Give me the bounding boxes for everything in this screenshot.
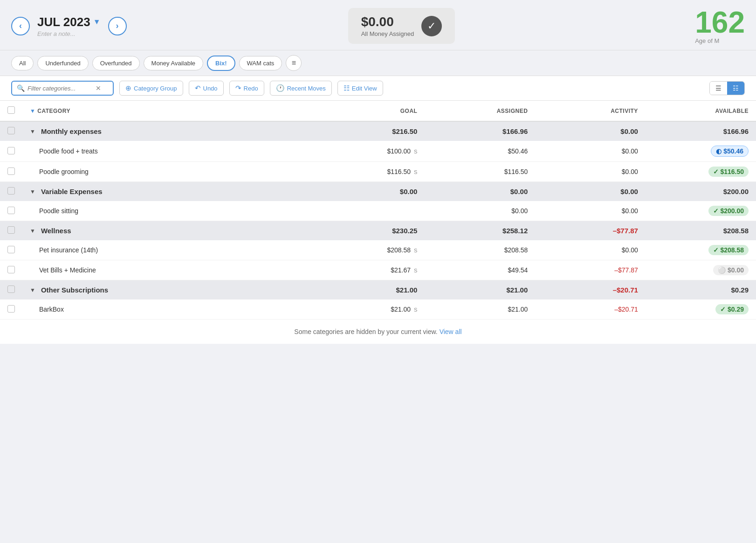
group-checkbox[interactable] bbox=[7, 285, 15, 293]
group-checkbox[interactable] bbox=[7, 226, 15, 234]
plus-circle-icon: ⊕ bbox=[125, 84, 131, 92]
cat-checkbox[interactable] bbox=[7, 207, 15, 214]
sort-arrow-icon[interactable]: ▼ bbox=[30, 108, 35, 114]
filter-options-icon[interactable]: ≡ bbox=[286, 55, 302, 71]
goal-header: GOAL bbox=[315, 101, 425, 121]
cat-activity: –$77.87 bbox=[535, 260, 646, 280]
collapse-arrow-icon[interactable]: ▼ bbox=[30, 128, 35, 135]
recent-moves-button[interactable]: 🕐 Recent Moves bbox=[270, 81, 332, 96]
group-name: Monthly expenses bbox=[41, 127, 102, 135]
cat-assigned: $208.58 bbox=[425, 240, 535, 260]
footer-text: Some categories are hidden by your curre… bbox=[294, 328, 437, 335]
group-checkbox[interactable] bbox=[7, 127, 15, 134]
cat-checkbox-cell[interactable] bbox=[0, 299, 22, 320]
group-available: $208.58 bbox=[646, 221, 756, 241]
group-checkbox[interactable] bbox=[7, 187, 15, 195]
cat-checkbox-cell[interactable] bbox=[0, 260, 22, 280]
redo-button[interactable]: ↷ Redo bbox=[229, 81, 264, 96]
group-checkbox-cell[interactable] bbox=[0, 182, 22, 202]
cat-available: ◐ $50.46 bbox=[646, 141, 756, 162]
assigned-header: ASSIGNED bbox=[425, 101, 535, 121]
cat-checkbox[interactable] bbox=[7, 246, 15, 253]
group-row: ▼ Variable Expenses $0.00 $0.00 $0.00 $2… bbox=[0, 182, 756, 202]
collapse-arrow-icon[interactable]: ▼ bbox=[30, 287, 35, 293]
cat-activity: $0.00 bbox=[535, 162, 646, 182]
group-goal: $216.50 bbox=[315, 121, 425, 141]
cat-checkbox-cell[interactable] bbox=[0, 141, 22, 162]
redo-icon: ↷ bbox=[235, 84, 241, 92]
collapse-arrow-icon[interactable]: ▼ bbox=[30, 188, 35, 195]
cat-checkbox[interactable] bbox=[7, 266, 15, 273]
group-activity: $0.00 bbox=[535, 182, 646, 202]
available-badge-green: ✓ $200.00 bbox=[708, 206, 749, 216]
grid-view-button[interactable]: ☷ bbox=[727, 82, 744, 95]
cat-checkbox[interactable] bbox=[7, 147, 15, 154]
select-all-checkbox[interactable] bbox=[7, 106, 15, 114]
list-view-button[interactable]: ☰ bbox=[710, 82, 727, 95]
group-name: Variable Expenses bbox=[41, 188, 103, 195]
goal-s-indicator: S bbox=[412, 149, 417, 154]
category-header: ▼ CATEGORY bbox=[22, 101, 315, 121]
filter-wam-cats-button[interactable]: WAM cats bbox=[239, 56, 282, 70]
cat-goal: $208.58 S bbox=[315, 240, 425, 260]
search-input[interactable] bbox=[27, 85, 93, 92]
group-checkbox-cell[interactable] bbox=[0, 121, 22, 141]
group-name-cell: ▼ Wellness bbox=[22, 221, 315, 241]
available-badge-green: ✓ $116.50 bbox=[708, 167, 749, 177]
next-month-button[interactable]: › bbox=[108, 17, 127, 35]
add-category-group-button[interactable]: ⊕ Category Group bbox=[119, 81, 183, 96]
cat-assigned: $116.50 bbox=[425, 162, 535, 182]
footer-note: Some categories are hidden by your curre… bbox=[0, 320, 756, 344]
view-all-link2[interactable]: View all bbox=[440, 328, 462, 335]
cat-available: ✓ $0.29 bbox=[646, 299, 756, 320]
collapse-arrow-icon[interactable]: ▼ bbox=[30, 228, 35, 234]
cat-checkbox-cell[interactable] bbox=[0, 162, 22, 182]
undo-icon: ↶ bbox=[195, 84, 201, 92]
filter-bar: All Underfunded Overfunded Money Availab… bbox=[0, 50, 756, 76]
group-checkbox-cell[interactable] bbox=[0, 221, 22, 241]
cat-goal: $21.00 S bbox=[315, 299, 425, 320]
filter-underfunded-button[interactable]: Underfunded bbox=[37, 56, 88, 70]
cat-checkbox-cell[interactable] bbox=[0, 240, 22, 260]
available-badge-gray: ⚪ $0.00 bbox=[713, 265, 749, 275]
group-activity: –$20.71 bbox=[535, 280, 646, 300]
assigned-box: $0.00 All Money Assigned ✓ bbox=[348, 8, 455, 44]
cat-name: Vet Bills + Medicine bbox=[39, 266, 96, 274]
prev-month-button[interactable]: ‹ bbox=[11, 17, 30, 35]
group-checkbox-cell[interactable] bbox=[0, 280, 22, 300]
cat-goal: $100.00 S bbox=[315, 141, 425, 162]
cat-name: Poodle food + treats bbox=[39, 147, 98, 155]
clear-search-icon[interactable]: ✕ bbox=[96, 84, 101, 92]
month-note[interactable]: Enter a note... bbox=[37, 30, 101, 37]
select-all-checkbox-header[interactable] bbox=[0, 101, 22, 121]
group-assigned: $21.00 bbox=[425, 280, 535, 300]
cat-checkbox-cell[interactable] bbox=[0, 201, 22, 221]
group-name-cell: ▼ Monthly expenses bbox=[22, 121, 315, 141]
view-toggle: ☰ ☷ bbox=[709, 81, 745, 95]
cat-checkbox[interactable] bbox=[7, 167, 15, 175]
edit-view-icon: ☷ bbox=[344, 84, 350, 92]
cat-assigned: $21.00 bbox=[425, 299, 535, 320]
group-name: Wellness bbox=[41, 227, 71, 235]
cat-available: ✓ $200.00 bbox=[646, 201, 756, 221]
toolbar: 🔍 ✕ ⊕ Category Group ↶ Undo ↷ Redo 🕐 Rec… bbox=[0, 76, 756, 101]
filter-bix-button[interactable]: Bix! bbox=[207, 56, 235, 71]
filter-money-available-button[interactable]: Money Available bbox=[144, 56, 203, 70]
available-badge-green: ✓ $208.58 bbox=[708, 245, 749, 255]
table-row: Vet Bills + Medicine $21.67 S $49.54 –$7… bbox=[0, 260, 756, 280]
edit-view-button[interactable]: ☷ Edit View bbox=[337, 81, 383, 96]
filter-overfunded-button[interactable]: Overfunded bbox=[92, 56, 140, 70]
filter-all-button[interactable]: All bbox=[11, 56, 34, 70]
age-of-money-section: 162 Age of M bbox=[695, 7, 745, 44]
available-badge-green: ✓ $0.29 bbox=[715, 304, 749, 314]
undo-button[interactable]: ↶ Undo bbox=[189, 81, 224, 96]
group-row: ▼ Other Subscriptions $21.00 $21.00 –$20… bbox=[0, 280, 756, 300]
goal-s-indicator: S bbox=[412, 248, 417, 253]
table-row: BarkBox $21.00 S $21.00 –$20.71 ✓ $0.29 bbox=[0, 299, 756, 320]
month-dropdown-icon[interactable]: ▼ bbox=[93, 18, 101, 26]
group-row: ▼ Wellness $230.25 $258.12 –$77.87 $208.… bbox=[0, 221, 756, 241]
cat-checkbox[interactable] bbox=[7, 305, 15, 313]
age-number: 162 bbox=[695, 7, 745, 37]
cat-name: Pet insurance (14th) bbox=[39, 246, 98, 254]
cat-activity: $0.00 bbox=[535, 201, 646, 221]
